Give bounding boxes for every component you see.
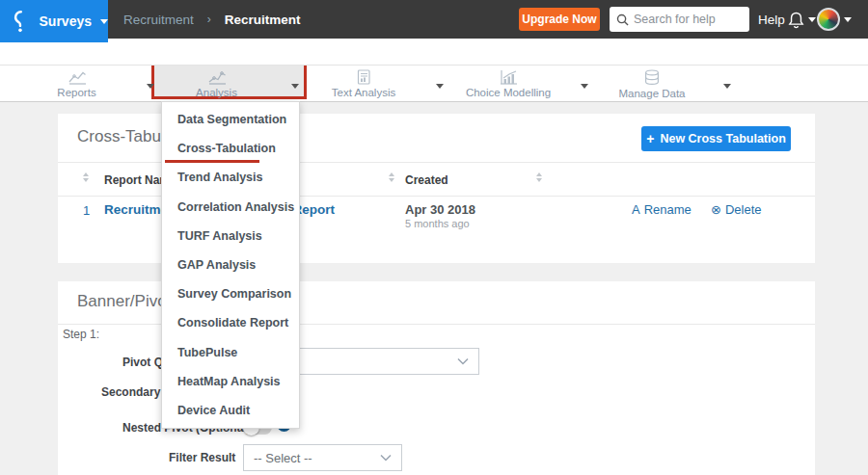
bell-icon: [788, 11, 804, 29]
analysis-caret-icon: [291, 84, 299, 89]
menu-item-consolidate-report[interactable]: Consolidate Report: [162, 308, 299, 337]
toolbar-text-analysis-button[interactable]: Text Analysis: [309, 67, 444, 100]
toolbar-choice-modelling-label: Choice Modelling: [466, 87, 551, 98]
analytics-toolbar: Reports Analysis: [0, 66, 868, 102]
menu-item-survey-comparison[interactable]: Survey Comparison: [162, 279, 299, 308]
rename-button[interactable]: A Rename: [632, 202, 692, 217]
sort-created-icon[interactable]: [389, 172, 394, 182]
product-name: Surveys: [40, 13, 92, 29]
choice-modelling-caret-icon: [581, 84, 588, 89]
notifications-menu[interactable]: [788, 0, 816, 39]
search-icon: [616, 13, 629, 26]
toolbar-manage-data-label: Manage Data: [618, 88, 685, 99]
toolbar-text-analysis-label: Text Analysis: [332, 87, 395, 98]
toolbar-reports-label: Reports: [57, 87, 95, 98]
text-analysis-caret-icon: [436, 84, 444, 89]
delete-label: Delete: [725, 202, 762, 217]
row-number: 1: [83, 203, 90, 218]
created-relative: 5 months ago: [405, 218, 470, 229]
column-header-created[interactable]: Created: [405, 173, 448, 187]
menu-item-cross-tabulation-label: Cross-Tabulation: [177, 142, 276, 155]
bell-caret-icon: [808, 17, 816, 22]
toolbar-choice-modelling-button[interactable]: Choice Modelling: [453, 67, 588, 100]
toolbar-analysis-label: Analysis: [196, 87, 237, 98]
menu-item-gap-analysis[interactable]: GAP Analysis: [162, 251, 299, 279]
menu-item-cross-tabulation[interactable]: Cross-Tabulation: [162, 134, 299, 163]
menu-item-heatmap-analysis[interactable]: HeatMap Analysis: [162, 367, 299, 396]
filter-result-value: -- Select --: [254, 451, 312, 465]
menu-item-device-audit[interactable]: Device Audit: [162, 396, 299, 425]
choice-modelling-icon: [498, 69, 519, 85]
menu-item-trend-analysis[interactable]: Trend Analysis: [162, 163, 299, 192]
help-search[interactable]: [610, 7, 749, 32]
account-menu[interactable]: [817, 0, 852, 39]
created-date: Apr 30 2018: [405, 202, 475, 217]
reports-chart-icon: [67, 69, 88, 85]
menu-item-turf-analysis[interactable]: TURF Analysis: [162, 222, 299, 251]
rename-icon: A: [632, 202, 640, 217]
chevron-down-icon: [457, 357, 469, 365]
database-icon: [643, 69, 661, 86]
delete-icon: ⊗: [711, 202, 721, 217]
breadcrumb-parent[interactable]: Recruitment: [123, 13, 194, 27]
app-window: Surveys Recruitment › Recruitment Upgrad…: [0, 0, 868, 475]
breadcrumb: Recruitment › Recruitment: [123, 0, 301, 39]
avatar: [817, 8, 840, 31]
breadcrumb-current: Recruitment: [225, 13, 301, 27]
survey-nav-bar: [0, 39, 868, 66]
reports-caret-icon: [147, 84, 154, 89]
toolbar-reports-button[interactable]: Reports: [24, 67, 154, 100]
new-cross-tabulation-label: New Cross Tabulation: [660, 132, 785, 145]
text-analysis-icon: [355, 69, 372, 85]
toolbar-manage-data-button[interactable]: Manage Data: [598, 67, 731, 100]
breadcrumb-separator-icon: ›: [207, 13, 211, 26]
help-link[interactable]: Help: [758, 0, 785, 39]
menu-item-tubepulse[interactable]: TubePulse: [162, 338, 299, 367]
analysis-dropdown-menu: Data Segmentation Cross-Tabulation Trend…: [161, 101, 300, 429]
delete-button[interactable]: ⊗ Delete: [711, 202, 761, 217]
filter-result-label: Filter Result: [169, 451, 235, 464]
questionpro-logo-icon: [12, 9, 31, 34]
menu-item-correlation-analysis[interactable]: Correlation Analysis: [162, 193, 299, 222]
upgrade-now-button[interactable]: Upgrade Now: [519, 8, 600, 31]
manage-data-caret-icon: [723, 84, 731, 89]
avatar-caret-icon: [844, 17, 852, 22]
search-input[interactable]: [634, 13, 740, 26]
sort-report-name-icon[interactable]: [83, 172, 89, 182]
rename-label: Rename: [644, 202, 692, 217]
filter-result-select[interactable]: -- Select --: [243, 444, 402, 471]
plus-icon: +: [646, 131, 654, 146]
product-switcher[interactable]: Surveys: [0, 0, 108, 42]
menu-item-data-segmentation[interactable]: Data Segmentation: [162, 105, 299, 134]
analysis-chart-icon: [206, 69, 228, 85]
step-label: Step 1:: [63, 328, 99, 341]
sort-extra-icon[interactable]: [536, 172, 542, 182]
toolbar-analysis-button[interactable]: Analysis: [159, 67, 299, 100]
chevron-down-icon: [380, 454, 392, 462]
product-caret-icon: [100, 19, 108, 24]
new-cross-tabulation-button[interactable]: + New Cross Tabulation: [641, 126, 791, 151]
